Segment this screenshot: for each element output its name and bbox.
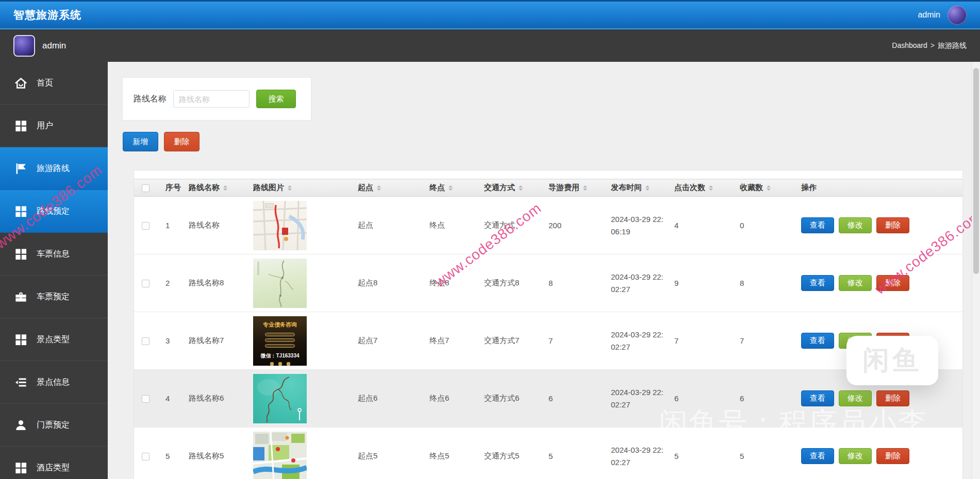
row-delete-button[interactable]: 删除 bbox=[876, 275, 909, 291]
column-header[interactable]: 终点 bbox=[422, 179, 476, 197]
view-button[interactable]: 查看 bbox=[801, 217, 834, 233]
sort-caret-icon[interactable] bbox=[377, 185, 381, 191]
cell-favorites: 6 bbox=[732, 370, 793, 427]
cell-actions: 查看修改删除 bbox=[793, 254, 962, 312]
sort-caret-icon[interactable] bbox=[519, 185, 523, 191]
column-header[interactable]: 交通方式 bbox=[476, 179, 541, 197]
sidebar-item-9[interactable]: 门票预定 bbox=[0, 404, 108, 447]
sidebar-item-7[interactable]: 景点类型 bbox=[0, 318, 108, 361]
column-header-label: 发布时间 bbox=[611, 183, 642, 192]
cell-published-time: 2024-03-29 22:02:27 bbox=[603, 370, 667, 427]
edit-button[interactable]: 修改 bbox=[839, 333, 872, 349]
search-button[interactable]: 搜索 bbox=[256, 90, 296, 108]
sidebar-item-5[interactable]: 车票信息 bbox=[0, 233, 108, 276]
cell-actions: 查看修改删除 bbox=[793, 427, 962, 479]
sidebar-item-label: 用户 bbox=[37, 121, 53, 131]
cell-published-time: 2024-03-29 22:02:27 bbox=[603, 312, 667, 370]
topbar: 智慧旅游系统 admin bbox=[0, 0, 980, 29]
cell-end: 终点6 bbox=[422, 370, 476, 427]
cell-start: 起点 bbox=[350, 197, 422, 254]
cell-clicks: 6 bbox=[667, 370, 732, 427]
row-checkbox[interactable] bbox=[142, 453, 150, 460]
route-image: 专业债务咨询微信：TJ163334 bbox=[253, 316, 307, 366]
row-checkbox[interactable] bbox=[142, 222, 150, 230]
cell-published-time: 2024-03-29 22:06:19 bbox=[603, 197, 667, 254]
column-header-label: 路线图片 bbox=[253, 183, 284, 192]
flag-icon bbox=[14, 162, 28, 176]
sidebar-item-label: 车票预定 bbox=[37, 292, 70, 302]
route-image bbox=[253, 432, 307, 479]
table-row: 3路线名称7专业债务咨询微信：TJ163334起点7终点7交通方式772024-… bbox=[134, 312, 962, 370]
breadcrumb: Dashboard > 旅游路线 bbox=[892, 41, 967, 50]
sidebar-item-6[interactable]: 车票预定 bbox=[0, 276, 108, 318]
delete-button[interactable]: 删除 bbox=[164, 132, 200, 151]
search-input[interactable] bbox=[173, 90, 250, 108]
column-header[interactable]: 发布时间 bbox=[603, 179, 667, 197]
sidebar-item-3[interactable]: 旅游路线 bbox=[0, 147, 108, 190]
sidebar-item-10[interactable]: 酒店类型 bbox=[0, 447, 108, 479]
column-header[interactable]: 点击次数 bbox=[667, 179, 732, 197]
breadcrumb-root[interactable]: Dashboard bbox=[892, 41, 927, 50]
cell-end: 终点7 bbox=[422, 312, 476, 370]
column-header[interactable]: 收藏数 bbox=[732, 179, 793, 197]
scrollbar-track[interactable] bbox=[972, 62, 980, 479]
cell-end: 终点5 bbox=[422, 427, 476, 479]
userbar-username: admin bbox=[42, 41, 66, 51]
column-header[interactable]: 导游费用 bbox=[541, 179, 603, 197]
grid-icon bbox=[14, 247, 28, 261]
cell-favorites: 0 bbox=[732, 197, 793, 254]
screen: 智慧旅游系统 admin admin Dashboard > 旅游路线 首页用户… bbox=[0, 0, 980, 479]
cell-route-name: 路线名称7 bbox=[181, 312, 245, 370]
topbar-username[interactable]: admin bbox=[918, 10, 940, 20]
column-header[interactable]: 路线名称 bbox=[181, 179, 245, 197]
user-icon bbox=[14, 418, 28, 432]
column-header[interactable]: 路线图片 bbox=[245, 179, 350, 197]
cell-clicks: 4 bbox=[667, 197, 732, 254]
cell-route-name: 路线名称6 bbox=[181, 370, 245, 427]
grid-icon bbox=[14, 333, 28, 347]
view-button[interactable]: 查看 bbox=[801, 448, 834, 464]
row-delete-button[interactable]: 删除 bbox=[876, 448, 909, 464]
sidebar-item-4[interactable]: 路线预定 bbox=[0, 190, 108, 233]
breadcrumb-separator: > bbox=[931, 41, 935, 50]
user-avatar-icon[interactable] bbox=[948, 6, 967, 25]
row-checkbox[interactable] bbox=[142, 337, 150, 345]
view-button[interactable]: 查看 bbox=[801, 333, 834, 349]
sort-caret-icon[interactable] bbox=[583, 185, 587, 191]
edit-button[interactable]: 修改 bbox=[839, 448, 872, 464]
cell-end: 终点 bbox=[422, 197, 476, 254]
sort-caret-icon[interactable] bbox=[645, 185, 650, 191]
sort-caret-icon[interactable] bbox=[709, 185, 713, 191]
row-delete-button[interactable]: 删除 bbox=[876, 217, 909, 233]
sort-caret-icon[interactable] bbox=[288, 185, 292, 191]
sort-caret-icon[interactable] bbox=[767, 185, 771, 191]
add-button[interactable]: 新增 bbox=[123, 132, 158, 151]
edit-button[interactable]: 修改 bbox=[839, 275, 872, 291]
select-all-checkbox[interactable] bbox=[142, 184, 150, 192]
edit-button[interactable]: 修改 bbox=[839, 217, 872, 233]
sidebar-item-2[interactable]: 用户 bbox=[0, 105, 108, 147]
table-header-row: 序号路线名称路线图片起点终点交通方式导游费用发布时间点击次数收藏数操作 bbox=[134, 179, 962, 197]
row-delete-button[interactable]: 删除 bbox=[876, 390, 909, 406]
sort-caret-icon[interactable] bbox=[449, 185, 453, 191]
cell-guide-fee: 6 bbox=[541, 370, 603, 427]
sort-caret-icon[interactable] bbox=[223, 185, 227, 191]
cell-clicks: 7 bbox=[667, 312, 732, 370]
sidebar-item-label: 酒店类型 bbox=[37, 463, 70, 473]
column-header[interactable]: 起点 bbox=[350, 179, 422, 197]
scrollbar-thumb[interactable] bbox=[973, 68, 979, 274]
row-checkbox[interactable] bbox=[142, 395, 150, 403]
cell-actions: 查看修改删除 bbox=[793, 197, 962, 254]
sidebar-item-8[interactable]: 景点信息 bbox=[0, 361, 108, 404]
table-row: 5路线名称5起点5终点5交通方式552024-03-29 22:02:2755查… bbox=[134, 427, 962, 479]
edit-button[interactable]: 修改 bbox=[839, 390, 872, 406]
view-button[interactable]: 查看 bbox=[801, 390, 834, 406]
cell-end: 终点8 bbox=[422, 254, 476, 312]
topbar-user-area: admin bbox=[918, 6, 967, 25]
cell-favorites: 8 bbox=[732, 254, 793, 312]
view-button[interactable]: 查看 bbox=[801, 275, 834, 291]
row-checkbox[interactable] bbox=[142, 280, 150, 287]
sidebar-item-1[interactable]: 首页 bbox=[0, 62, 108, 105]
row-delete-button[interactable]: 删除 bbox=[876, 333, 909, 349]
userbar: admin Dashboard > 旅游路线 bbox=[0, 29, 980, 62]
